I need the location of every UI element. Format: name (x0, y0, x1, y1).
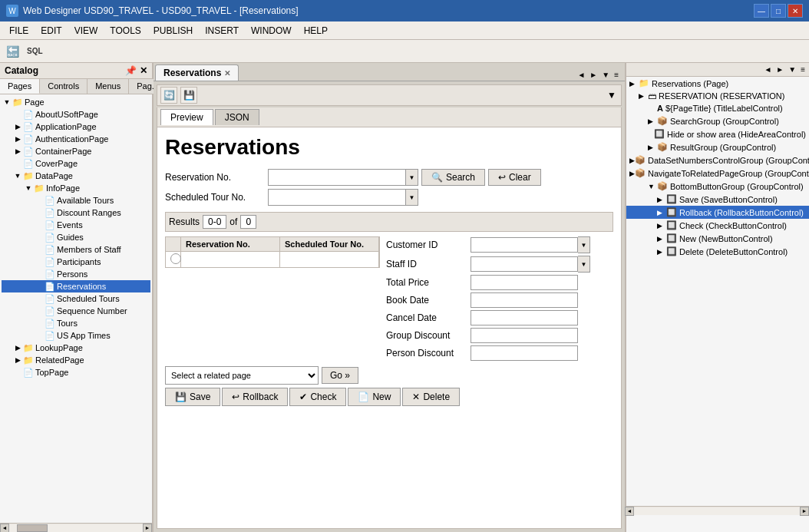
right-panel-searchgroup[interactable]: ▶ 📦 SearchGroup (GroupControl) (626, 114, 809, 127)
tree-item-page[interactable]: ▼ 📁 Page (2, 96, 150, 108)
tab-nav-menu[interactable]: ≡ (613, 69, 620, 81)
right-panel-nav-menu[interactable]: ≡ (798, 64, 807, 74)
reservation-no-scroll[interactable]: ▼ (406, 169, 418, 186)
view-tab-json[interactable]: JSON (215, 109, 259, 125)
customer-id-input[interactable] (471, 237, 578, 253)
right-panel-reservations-page[interactable]: ▶ 📁 Reservations (Page) (626, 77, 809, 90)
tab-nav-right[interactable]: ► (588, 69, 599, 81)
right-panel-reservation-entity[interactable]: ▶ 🗃 RESERVATION (RESERVATION) (626, 90, 809, 102)
view-tab-preview[interactable]: Preview (160, 109, 213, 125)
rollback-button[interactable]: ↩ Rollback (222, 388, 288, 406)
tab-reservations[interactable]: Reservations ✕ (155, 64, 239, 81)
right-panel-save[interactable]: ▶ 🔲 Save (SaveButtonControl) (626, 193, 809, 206)
tree-item-sequence[interactable]: ▶ 📄 Sequence Number (2, 305, 150, 317)
tree-toggle[interactable]: ▶ (12, 134, 23, 144)
right-panel-new[interactable]: ▶ 🔲 New (NewButtonControl) (626, 232, 809, 245)
scroll-left[interactable]: ◄ (0, 524, 9, 533)
right-panel-datasetnumbers[interactable]: ▶ 📦 DataSetNumbersControlGroup (GroupCon… (626, 154, 809, 167)
row-radio[interactable] (166, 252, 181, 267)
toolbar-sql[interactable]: SQL (23, 42, 47, 61)
toggle-icon[interactable]: ▶ (657, 248, 666, 256)
cancel-date-input[interactable] (471, 310, 578, 325)
rp-scroll-left[interactable]: ◄ (625, 507, 634, 516)
tree-toggle[interactable]: ▼ (2, 97, 12, 107)
tree-item-persons[interactable]: ▶ 📄 Persons (2, 268, 150, 280)
toggle-icon[interactable]: ▶ (629, 157, 635, 164)
close-catalog-icon[interactable]: ✕ (140, 65, 147, 76)
tree-item-authentication[interactable]: ▶ 📄 AuthenticationPage (2, 133, 150, 145)
right-panel-pagetitle[interactable]: ▶ A ${PageTitle} (TitleLabelControl) (626, 102, 809, 114)
tree-item-datapage[interactable]: ▼ 📁 DataPage (2, 170, 150, 182)
tree-item-usapp[interactable]: ▶ 📄 US App Times (2, 329, 150, 342)
pin-icon[interactable]: 📌 (125, 65, 137, 76)
tree-item-members[interactable]: ▶ 📄 Members of Staff (2, 243, 150, 256)
nav-save-btn[interactable]: 💾 (180, 87, 197, 104)
right-panel-bottombuttongroup[interactable]: ▼ 📦 BottomButtonGroup (GroupControl) (626, 180, 809, 193)
menu-window[interactable]: WINDOW (245, 24, 298, 38)
tab-close-icon[interactable]: ✕ (224, 69, 230, 78)
menu-view[interactable]: VIEW (68, 24, 104, 38)
toggle-icon[interactable]: ▶ (639, 92, 648, 100)
tree-item-scheduled[interactable]: ▶ 📄 Scheduled Tours (2, 292, 150, 305)
book-date-input[interactable] (471, 292, 578, 308)
nav-back-btn[interactable]: 🔄 (160, 87, 177, 104)
tree-item-lookup[interactable]: ▶ 📁 LookupPage (2, 342, 150, 354)
tab-menus[interactable]: Menus (88, 79, 129, 94)
clear-button[interactable]: ↩ Clear (488, 169, 541, 186)
tree-toggle[interactable]: ▼ (23, 183, 34, 193)
tree-toggle[interactable]: ▶ (12, 355, 23, 365)
right-panel-rollback[interactable]: ▶ 🔲 Rollback (RollbackButtonControl) (626, 206, 809, 219)
total-price-input[interactable] (471, 275, 578, 290)
reservation-no-input[interactable] (268, 169, 406, 186)
tab-pages[interactable]: Pages (0, 79, 40, 94)
right-panel-delete[interactable]: ▶ 🔲 Delete (DeleteButtonControl) (626, 245, 809, 258)
toggle-icon[interactable]: ▼ (648, 183, 657, 190)
check-button[interactable]: ✔ Check (289, 388, 346, 406)
tree-item-infopage[interactable]: ▼ 📁 InfoPage (2, 182, 150, 194)
tree-item-container[interactable]: ▶ 📄 ContainerPage (2, 145, 150, 157)
maximize-button[interactable]: □ (771, 4, 786, 18)
customer-id-scroll[interactable]: ▼ (578, 236, 590, 253)
toggle-icon[interactable]: ▶ (657, 196, 666, 203)
right-panel-nav-left[interactable]: ◄ (761, 64, 774, 74)
staff-id-input[interactable] (471, 256, 578, 272)
scheduled-tour-no-input[interactable] (268, 189, 406, 206)
toggle-icon[interactable]: ▶ (629, 80, 639, 88)
menu-file[interactable]: FILE (3, 24, 35, 38)
tree-item-related[interactable]: ▶ 📁 RelatedPage (2, 354, 150, 366)
tree-item-top[interactable]: ▶ 📄 TopPage (2, 366, 150, 378)
tree-item-cover[interactable]: ▶ 📄 CoverPage (2, 157, 150, 170)
related-page-select[interactable]: Select a related page (165, 366, 319, 385)
menu-help[interactable]: HELP (298, 24, 334, 38)
toggle-icon[interactable]: ▶ (657, 209, 666, 216)
toggle-icon[interactable]: ▶ (648, 144, 657, 151)
tab-nav-down[interactable]: ▼ (600, 69, 611, 81)
tree-item-available[interactable]: ▶ 📄 Available Tours (2, 194, 150, 207)
toolbar-dropdown-btn[interactable]: ▼ (606, 89, 618, 101)
right-panel-hideshowarea[interactable]: ▶ 🔲 Hide or show area (HideAreaControl) (626, 127, 809, 140)
right-panel-nav-down[interactable]: ▼ (786, 64, 798, 74)
minimize-button[interactable]: — (754, 4, 769, 18)
tree-item-participants[interactable]: ▶ 📄 Participants (2, 256, 150, 268)
group-discount-input[interactable] (471, 328, 578, 343)
tree-item-tours[interactable]: ▶ 📄 Tours (2, 317, 150, 329)
tree-item-aboutus[interactable]: ▶ 📄 AboutUSoftPage (2, 108, 150, 121)
search-button[interactable]: 🔍 Search (421, 169, 485, 186)
toggle-icon[interactable]: ▶ (657, 222, 666, 230)
go-button[interactable]: Go » (322, 367, 358, 384)
tree-item-reservations[interactable]: ▶ 📄 Reservations (2, 280, 150, 292)
menu-edit[interactable]: EDIT (35, 24, 68, 38)
scheduled-tour-scroll[interactable]: ▼ (406, 189, 418, 206)
tree-toggle[interactable]: ▶ (12, 121, 23, 132)
tree-item-events[interactable]: ▶ 📄 Events (2, 219, 150, 231)
scroll-right[interactable]: ► (143, 524, 152, 533)
tree-toggle[interactable]: ▼ (12, 170, 23, 181)
tree-item-discount[interactable]: ▶ 📄 Discount Ranges (2, 207, 150, 219)
menu-insert[interactable]: INSERT (199, 24, 245, 38)
tree-item-application[interactable]: ▶ 📄 ApplicationPage (2, 121, 150, 133)
close-button[interactable]: ✕ (788, 4, 803, 18)
tree-toggle[interactable]: ▶ (12, 146, 23, 157)
tab-nav-left[interactable]: ◄ (576, 69, 586, 81)
tree-item-guides[interactable]: ▶ 📄 Guides (2, 231, 150, 243)
toggle-icon[interactable]: ▶ (657, 235, 666, 243)
